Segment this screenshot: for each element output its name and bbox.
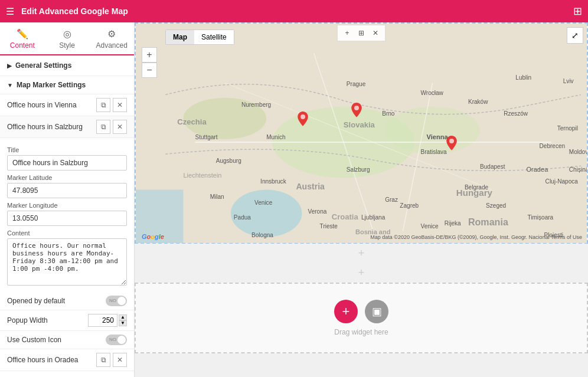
svg-text:Nuremberg: Nuremberg [241, 101, 271, 108]
svg-text:Salzburg: Salzburg [347, 166, 370, 173]
svg-text:Innsbruck: Innsbruck [260, 178, 287, 185]
svg-text:Rzeszów: Rzeszów [504, 110, 528, 117]
general-settings-header[interactable]: ▶ General Settings [0, 55, 134, 76]
lng-input[interactable] [7, 211, 127, 226]
credits-text: Map data ©2020 GeoBasis-DE/BKG (©2009), … [370, 234, 582, 240]
add-row-1[interactable]: + [135, 244, 588, 263]
svg-text:Ternopil: Ternopil [557, 125, 578, 132]
svg-text:Rijeka: Rijeka [445, 220, 461, 227]
tab-style-label: Style [59, 41, 75, 50]
arrow-icon: ▶ [7, 63, 12, 69]
svg-text:Venice: Venice [254, 199, 273, 206]
title-input[interactable] [7, 155, 127, 171]
svg-text:Bologna: Bologna [251, 232, 273, 238]
lat-label: Marker Latitude [7, 174, 127, 181]
opened-toggle-row: Opened by default NO [0, 292, 134, 310]
lat-input[interactable] [7, 183, 127, 198]
map-credits: Map data ©2020 GeoBasis-DE/BKG (©2009), … [370, 234, 582, 240]
svg-text:Bratislava: Bratislava [421, 149, 447, 155]
tab-advanced[interactable]: ⚙ Advanced [89, 22, 134, 54]
svg-text:Chișinău: Chișinău [569, 166, 587, 173]
content-label: Content [7, 230, 127, 237]
map-edit-icon[interactable]: ⤢ [567, 27, 583, 44]
content-icon: ✏️ [17, 28, 28, 40]
svg-text:Austria: Austria [296, 182, 325, 191]
custom-icon-label: Use Custom Icon [7, 336, 106, 344]
svg-text:Moldova: Moldova [569, 149, 587, 155]
zoom-out-btn[interactable]: − [142, 63, 157, 78]
marker-vienna-copy-btn[interactable]: ⧉ [96, 98, 110, 112]
svg-text:Trieste: Trieste [320, 223, 338, 230]
popup-width-row: Popup Width ▲ ▼ [0, 310, 134, 331]
tab-content[interactable]: ✏️ Content [0, 22, 45, 55]
marker-vienna-delete-btn[interactable]: ✕ [113, 98, 127, 112]
svg-text:Croatia: Croatia [332, 212, 359, 221]
opened-toggle[interactable]: NO [106, 296, 127, 306]
advanced-icon: ⚙ [107, 28, 116, 40]
grid-icon[interactable]: ⊞ [573, 5, 582, 18]
toolbar-grid-btn[interactable]: ⊞ [355, 27, 367, 39]
svg-text:Romania: Romania [468, 217, 509, 227]
map-controls: + − [142, 47, 157, 78]
hamburger-icon[interactable]: ☰ [6, 6, 14, 17]
svg-text:Kraków: Kraków [468, 99, 488, 105]
marker-row-vienna: Office hours in Vienna ⧉ ✕ [0, 94, 134, 116]
top-bar: ☰ Edit Advanced Google Map ⊞ [0, 0, 588, 22]
toolbar-close-btn[interactable]: ✕ [370, 27, 381, 39]
svg-point-1 [231, 189, 302, 237]
lng-label: Marker Longitude [7, 202, 127, 209]
svg-text:Wrocław: Wrocław [421, 90, 444, 96]
marker-oradea-delete-btn[interactable]: ✕ [113, 353, 127, 367]
arrow-down-icon: ▼ [7, 82, 13, 88]
popup-width-spinner[interactable]: ▲ ▼ [119, 314, 127, 326]
marker-salzburg-delete-btn[interactable]: ✕ [113, 120, 127, 134]
svg-text:Debrecen: Debrecen [540, 143, 566, 149]
general-settings-label: General Settings [15, 61, 71, 70]
widget-drop-area: + ▣ Drag widget here [135, 283, 588, 353]
svg-text:Munich: Munich [266, 134, 285, 140]
toolbar-add-btn[interactable]: + [341, 27, 353, 39]
svg-text:Oradea: Oradea [526, 166, 548, 173]
add-row-2[interactable]: + [135, 263, 588, 283]
widget-icon-fab[interactable]: ▣ [365, 300, 388, 323]
svg-text:Brno: Brno [382, 110, 395, 117]
svg-text:Lviv: Lviv [563, 78, 574, 84]
add-row-1-icon: + [358, 247, 365, 260]
map-marker-settings-header[interactable]: ▼ Map Marker Settings [0, 76, 134, 94]
tab-style[interactable]: ◎ Style [45, 22, 90, 54]
pin-vienna[interactable] [349, 103, 364, 123]
svg-text:Cluj-Napoca: Cluj-Napoca [545, 178, 579, 185]
pin-salzburg[interactable] [296, 112, 310, 132]
custom-icon-toggle[interactable]: NO [106, 335, 127, 345]
svg-text:Venice: Venice [421, 223, 439, 230]
main-layout: ✏️ Content ◎ Style ⚙ Advanced ▶ General … [0, 22, 588, 377]
custom-icon-toggle-text: NO [109, 336, 116, 344]
content-textarea[interactable]: Office hours. Our normal business hours … [7, 238, 127, 286]
marker-oradea-copy-btn[interactable]: ⧉ [96, 353, 110, 367]
svg-point-57 [449, 139, 454, 143]
sidebar-tabs: ✏️ Content ◎ Style ⚙ Advanced [0, 22, 134, 55]
map-toolbar: + ⊞ ✕ [136, 24, 587, 41]
tab-content-label: Content [10, 41, 35, 50]
svg-text:Augsburg: Augsburg [216, 158, 241, 164]
map-svg: Czechia Slovakia Austria Hungary Romania… [136, 24, 587, 243]
svg-point-55 [300, 114, 305, 119]
sidebar: ✏️ Content ◎ Style ⚙ Advanced ▶ General … [0, 22, 135, 377]
style-icon: ◎ [63, 28, 71, 40]
pin-oradea[interactable] [445, 136, 459, 156]
marker-vienna-label: Office hours in Vienna [7, 101, 94, 109]
spinner-down[interactable]: ▼ [119, 320, 127, 326]
add-widget-fab[interactable]: + [334, 300, 358, 323]
right-content: + ⊞ ✕ Map Satellite + − ⤢ [135, 22, 588, 377]
spinner-up[interactable]: ▲ [119, 314, 127, 320]
popup-width-input[interactable] [88, 314, 117, 327]
map-frame: Map Satellite + − ⤢ [136, 24, 587, 245]
svg-text:Budapest: Budapest [480, 163, 505, 170]
marker-salzburg-copy-btn[interactable]: ⧉ [96, 120, 110, 134]
marker-oradea-label: Office hours in Oradea [7, 356, 94, 364]
svg-text:Liechtenstein: Liechtenstein [183, 172, 221, 179]
svg-text:Verona: Verona [308, 208, 327, 215]
svg-text:Prague: Prague [347, 81, 366, 87]
zoom-in-btn[interactable]: + [142, 47, 157, 63]
marker-row-oradea: Office hours in Oradea ⧉ ✕ [0, 349, 134, 371]
